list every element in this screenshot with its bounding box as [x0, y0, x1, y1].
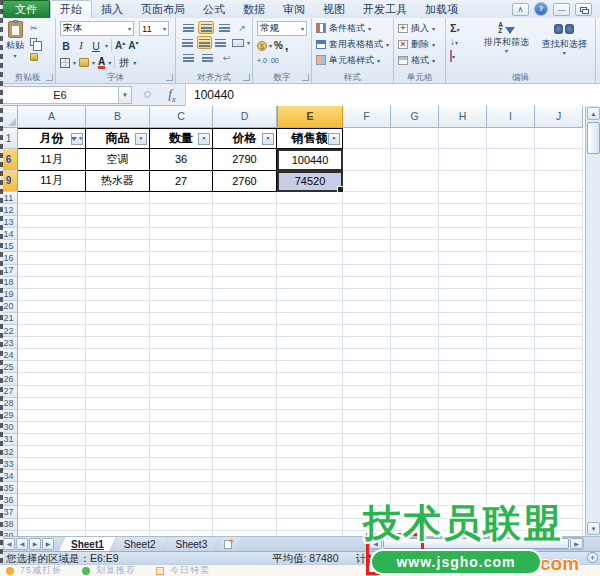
empty-cell[interactable]	[343, 301, 391, 313]
empty-cell[interactable]	[18, 434, 86, 446]
empty-cell[interactable]	[277, 422, 343, 434]
empty-cell[interactable]	[277, 289, 343, 301]
cut-button[interactable]: ✂	[28, 22, 50, 35]
align-left-button[interactable]	[180, 36, 195, 49]
empty-cell[interactable]	[391, 325, 439, 337]
empty-cell[interactable]	[150, 410, 213, 422]
number-dialog-launcher[interactable]	[302, 74, 309, 81]
empty-cell[interactable]	[213, 289, 277, 301]
empty-cell[interactable]	[18, 398, 86, 410]
align-middle-button[interactable]	[198, 21, 214, 34]
empty-cell[interactable]	[18, 506, 86, 518]
empty-cell[interactable]	[86, 410, 150, 422]
empty-cell[interactable]	[277, 192, 343, 204]
empty-cell[interactable]	[487, 458, 535, 470]
empty-cell[interactable]	[391, 422, 439, 434]
empty-cell[interactable]	[391, 386, 439, 398]
empty-cell[interactable]	[487, 325, 535, 337]
empty-cell[interactable]	[343, 422, 391, 434]
empty-cell[interactable]	[487, 192, 535, 204]
empty-cell[interactable]	[150, 289, 213, 301]
empty-cell[interactable]	[391, 373, 439, 385]
empty-cell[interactable]	[86, 494, 150, 506]
sheet-tab-sheet3[interactable]: Sheet3	[164, 537, 220, 552]
empty-cell[interactable]	[86, 289, 150, 301]
formula-input[interactable]: 100440	[185, 84, 600, 106]
empty-cell[interactable]	[439, 373, 487, 385]
empty-cell[interactable]	[487, 216, 535, 228]
table-header-cell-2[interactable]: 商品▼	[86, 128, 150, 149]
empty-cell[interactable]	[277, 349, 343, 361]
font-size-select[interactable]: 11▾	[139, 21, 169, 36]
empty-cell[interactable]	[213, 361, 277, 373]
fill-color-icon[interactable]	[79, 58, 89, 67]
empty-cell[interactable]	[487, 289, 535, 301]
prev-sheet-button[interactable]: ◀	[16, 538, 28, 550]
empty-cell[interactable]	[391, 301, 439, 313]
empty-cell[interactable]	[18, 470, 86, 482]
italic-button[interactable]: I	[75, 40, 87, 51]
empty-cell[interactable]	[535, 240, 583, 252]
empty-cell[interactable]	[343, 446, 391, 458]
empty-cell[interactable]	[86, 337, 150, 349]
empty-cell[interactable]	[150, 216, 213, 228]
empty-cell[interactable]	[277, 337, 343, 349]
empty-cell[interactable]	[277, 458, 343, 470]
clear-button[interactable]: ▾	[448, 50, 478, 63]
empty-cell[interactable]	[487, 228, 535, 240]
ribbon-tab-0[interactable]: 文件	[2, 0, 50, 18]
empty-cell[interactable]	[150, 494, 213, 506]
empty-cell[interactable]	[391, 204, 439, 216]
empty-cell[interactable]	[150, 446, 213, 458]
empty-cell[interactable]	[150, 313, 213, 325]
empty-cell[interactable]	[150, 204, 213, 216]
scroll-down-icon[interactable]: ▼	[587, 522, 600, 535]
empty-cell[interactable]	[535, 458, 583, 470]
empty-cell[interactable]	[277, 482, 343, 494]
empty-cell[interactable]	[86, 265, 150, 277]
empty-cell[interactable]	[343, 204, 391, 216]
empty-cell[interactable]	[343, 398, 391, 410]
empty-cell[interactable]	[439, 470, 487, 482]
copy-button[interactable]: ▾	[28, 37, 50, 50]
data-cell-B9[interactable]: 热水器	[86, 171, 150, 193]
empty-cell[interactable]	[535, 128, 583, 149]
empty-cell[interactable]	[213, 301, 277, 313]
empty-cell[interactable]	[86, 313, 150, 325]
zoom-in-icon[interactable]: +	[587, 552, 598, 563]
empty-cell[interactable]	[439, 128, 487, 149]
empty-cell[interactable]	[535, 373, 583, 385]
decrease-indent-button[interactable]	[180, 51, 197, 64]
insert-cells-button[interactable]: + 插入▾	[396, 20, 443, 36]
empty-cell[interactable]	[277, 240, 343, 252]
empty-cell[interactable]	[391, 289, 439, 301]
empty-cell[interactable]	[487, 446, 535, 458]
empty-cell[interactable]	[213, 386, 277, 398]
percent-style-button[interactable]: %	[274, 40, 283, 51]
column-header-I[interactable]: I	[487, 106, 535, 128]
empty-cell[interactable]	[213, 398, 277, 410]
empty-cell[interactable]	[86, 325, 150, 337]
empty-cell[interactable]	[213, 494, 277, 506]
first-sheet-button[interactable]: ◀	[3, 538, 15, 550]
empty-cell[interactable]	[18, 458, 86, 470]
accounting-format-icon[interactable]: $	[257, 41, 267, 51]
empty-cell[interactable]	[487, 252, 535, 264]
autosum-button[interactable]: Σ▾	[448, 22, 478, 35]
empty-cell[interactable]	[343, 337, 391, 349]
empty-cell[interactable]	[487, 361, 535, 373]
empty-cell[interactable]	[535, 422, 583, 434]
empty-cell[interactable]	[391, 252, 439, 264]
empty-cell[interactable]	[343, 313, 391, 325]
empty-cell[interactable]	[277, 216, 343, 228]
filter-dropdown-icon[interactable]: ▼	[198, 133, 210, 145]
empty-cell[interactable]	[86, 192, 150, 204]
empty-cell[interactable]	[391, 398, 439, 410]
empty-cell[interactable]	[343, 252, 391, 264]
empty-cell[interactable]	[343, 192, 391, 204]
empty-cell[interactable]	[277, 373, 343, 385]
empty-cell[interactable]	[439, 337, 487, 349]
empty-cell[interactable]	[439, 252, 487, 264]
empty-cell[interactable]	[150, 192, 213, 204]
empty-cell[interactable]	[150, 482, 213, 494]
